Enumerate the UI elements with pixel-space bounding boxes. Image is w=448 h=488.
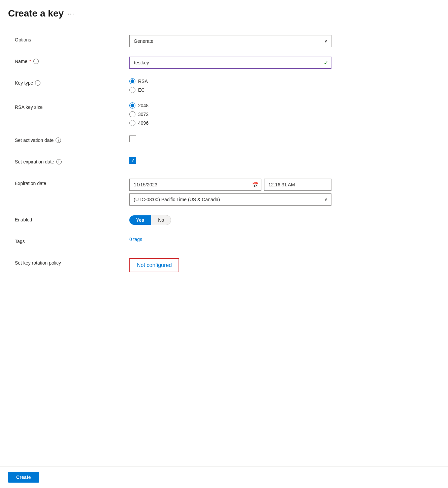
options-select[interactable]: GenerateImportRestore from backup bbox=[129, 35, 331, 47]
enabled-control: Yes No bbox=[129, 215, 331, 225]
activation-date-control bbox=[129, 135, 331, 143]
date-input-wrapper: 📅 bbox=[129, 179, 261, 191]
timezone-select[interactable]: (UTC-08:00) Pacific Time (US & Canada)(U… bbox=[129, 193, 331, 206]
rsa-radio-option[interactable]: RSA bbox=[129, 78, 331, 84]
enabled-row: Enabled Yes No bbox=[15, 215, 379, 227]
options-label: Options bbox=[15, 35, 129, 42]
name-row: Name * i ✓ bbox=[15, 57, 379, 69]
toggle-no-button[interactable]: No bbox=[151, 215, 171, 225]
name-label: Name * i bbox=[15, 57, 129, 64]
name-checkmark-icon: ✓ bbox=[324, 60, 328, 66]
options-select-wrapper: GenerateImportRestore from backup bbox=[129, 35, 331, 47]
rsa-key-size-row: RSA key size 2048 3072 4096 bbox=[15, 102, 379, 126]
expiration-date-value-label: Expiration date bbox=[15, 179, 129, 186]
key-type-radio-group: RSA EC bbox=[129, 78, 331, 93]
page-title: Create a key bbox=[8, 8, 64, 19]
key-type-row: Key type i RSA EC bbox=[15, 78, 379, 93]
expiration-date-row: Set expiration date i bbox=[15, 157, 379, 169]
activation-date-label: Set activation date i bbox=[15, 135, 129, 143]
name-input-wrapper: ✓ bbox=[129, 57, 331, 69]
ec-radio-input[interactable] bbox=[129, 87, 135, 93]
create-button[interactable]: Create bbox=[8, 472, 39, 483]
ec-radio-option[interactable]: EC bbox=[129, 87, 331, 93]
size-3072-option[interactable]: 3072 bbox=[129, 111, 331, 117]
expiration-date-control bbox=[129, 157, 331, 164]
rsa-radio-label: RSA bbox=[138, 79, 148, 84]
enabled-label: Enabled bbox=[15, 215, 129, 222]
name-input[interactable] bbox=[129, 57, 331, 69]
expiration-date-input[interactable] bbox=[129, 179, 261, 191]
size-2048-label: 2048 bbox=[138, 103, 149, 108]
size-3072-radio[interactable] bbox=[129, 111, 135, 117]
options-row: Options GenerateImportRestore from backu… bbox=[15, 35, 379, 47]
expiration-info-icon[interactable]: i bbox=[56, 159, 62, 164]
name-control: ✓ bbox=[129, 57, 331, 69]
rsa-key-size-control: 2048 3072 4096 bbox=[129, 102, 331, 126]
tags-control: 0 tags bbox=[129, 237, 331, 242]
date-time-row: 📅 bbox=[129, 179, 331, 191]
expiration-date-label: Set expiration date i bbox=[15, 157, 129, 164]
size-2048-option[interactable]: 2048 bbox=[129, 102, 331, 109]
timezone-select-wrapper: (UTC-08:00) Pacific Time (US & Canada)(U… bbox=[129, 193, 331, 206]
footer-bar: Create bbox=[0, 466, 448, 488]
tags-row: Tags 0 tags bbox=[15, 237, 379, 249]
required-star: * bbox=[29, 59, 31, 64]
key-type-label: Key type i bbox=[15, 78, 129, 86]
expiration-time-input[interactable] bbox=[264, 179, 331, 191]
rotation-policy-control: Not configured bbox=[129, 258, 331, 272]
size-4096-option[interactable]: 4096 bbox=[129, 120, 331, 126]
not-configured-link[interactable]: Not configured bbox=[137, 262, 172, 268]
tags-label: Tags bbox=[15, 237, 129, 244]
create-key-form: Options GenerateImportRestore from backu… bbox=[8, 35, 379, 272]
options-control: GenerateImportRestore from backup bbox=[129, 35, 331, 47]
enabled-toggle: Yes No bbox=[129, 215, 331, 225]
activation-info-icon[interactable]: i bbox=[56, 138, 61, 143]
size-2048-radio[interactable] bbox=[129, 102, 135, 109]
key-type-control: RSA EC bbox=[129, 78, 331, 93]
not-configured-box: Not configured bbox=[129, 258, 179, 272]
expiration-date-value-control: 📅 (UTC-08:00) Pacific Time (US & Canada)… bbox=[129, 179, 331, 206]
toggle-yes-button[interactable]: Yes bbox=[129, 215, 151, 225]
rsa-radio-input[interactable] bbox=[129, 78, 135, 84]
more-options-icon[interactable]: ··· bbox=[68, 10, 74, 18]
tags-link[interactable]: 0 tags bbox=[129, 237, 142, 242]
expiration-date-checkbox[interactable] bbox=[129, 157, 136, 164]
activation-date-row: Set activation date i bbox=[15, 135, 379, 148]
rsa-key-size-radio-group: 2048 3072 4096 bbox=[129, 102, 331, 126]
size-4096-radio[interactable] bbox=[129, 120, 135, 126]
key-type-info-icon[interactable]: i bbox=[35, 80, 40, 86]
size-3072-label: 3072 bbox=[138, 112, 149, 117]
activation-date-checkbox[interactable] bbox=[129, 135, 136, 142]
size-4096-label: 4096 bbox=[138, 120, 149, 126]
ec-radio-label: EC bbox=[138, 87, 145, 93]
rsa-key-size-label: RSA key size bbox=[15, 102, 129, 110]
rotation-policy-row: Set key rotation policy Not configured bbox=[15, 258, 379, 272]
rotation-policy-label: Set key rotation policy bbox=[15, 258, 129, 266]
expiration-date-value-row: Expiration date 📅 (UTC-08:00) Pacific Ti… bbox=[15, 179, 379, 206]
name-info-icon[interactable]: i bbox=[33, 59, 39, 64]
